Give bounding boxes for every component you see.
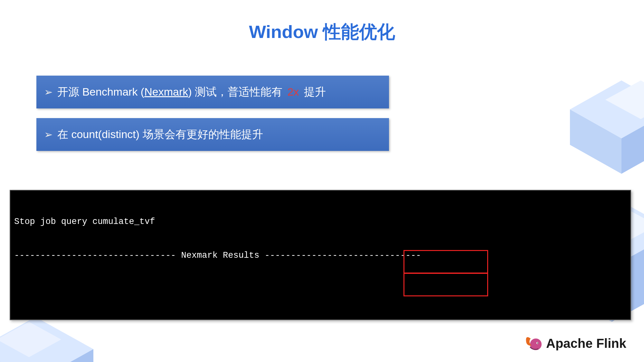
banner-right: ------------------------------	[260, 251, 421, 260]
logo-text: Apache Flink	[546, 336, 626, 351]
slide: Window 性能优化 ➢ 开源 Benchmark (Nexmark) 测试，…	[0, 0, 644, 362]
bullet-2-text: 在 count(distinct) 场景会有更好的性能提升	[57, 127, 263, 142]
bullet-1-post: 提升	[301, 86, 326, 98]
bullet-2: ➢ 在 count(distinct) 场景会有更好的性能提升	[36, 118, 389, 151]
bullets: ➢ 开源 Benchmark (Nexmark) 测试，普适性能有 2x 提升 …	[36, 76, 389, 161]
bullet-1-pre: 开源 Benchmark (	[57, 86, 144, 98]
banner-left: -------------------------------	[14, 251, 181, 260]
svg-point-14	[537, 343, 538, 344]
sep-top: +-------------------+-------------------…	[14, 318, 627, 320]
terminal-banner: ------------------------------- Nexmark …	[14, 250, 627, 261]
bullet-1-mid: ) 测试，普适性能有	[188, 86, 285, 98]
bullet-arrow-icon: ➢	[44, 128, 53, 141]
bullet-1-highlight: 2x	[287, 86, 299, 98]
bullet-1-text: 开源 Benchmark (Nexmark) 测试，普适性能有 2x 提升	[57, 85, 326, 99]
nexmark-link[interactable]: Nexmark	[144, 86, 188, 98]
terminal-output: Stop job query cumulate_tvf ------------…	[10, 190, 631, 320]
blank-line	[14, 284, 627, 295]
apache-flink-logo: Apache Flink	[524, 335, 626, 352]
banner-title: Nexmark Results	[181, 251, 259, 260]
slide-title: Window 性能优化	[0, 20, 644, 44]
terminal-stop-line: Stop job query cumulate_tvf	[14, 216, 627, 227]
flink-squirrel-icon	[524, 335, 543, 352]
bullet-1: ➢ 开源 Benchmark (Nexmark) 测试，普适性能有 2x 提升	[36, 76, 389, 108]
bullet-arrow-icon: ➢	[44, 86, 53, 98]
